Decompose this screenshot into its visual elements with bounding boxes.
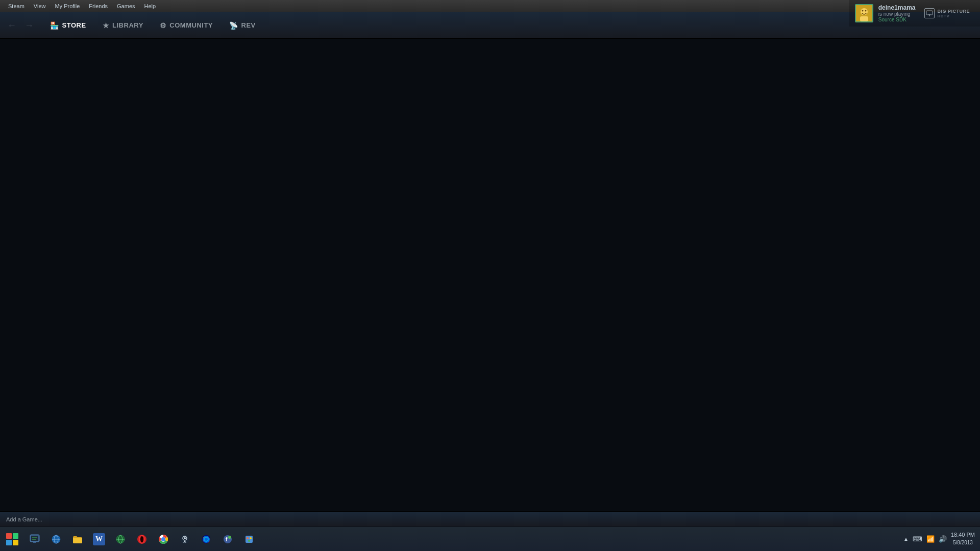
taskbar-icon-steam[interactable] [175,529,195,549]
tab-library-label: Library [112,21,143,29]
tray-network-icon[interactable]: 📶 [926,535,935,543]
menu-my-profile[interactable]: My Profile [51,2,84,10]
tab-rev[interactable]: 📡 rev [222,17,263,34]
clock-time: 18:40 PM [951,531,975,539]
user-info: deine1mama is now playing Source SDK [878,4,916,22]
avatar [855,4,873,22]
taskbar-icon-firefox[interactable] [196,529,216,549]
tab-store-label: Store [62,21,86,29]
menu-help[interactable]: Help [140,2,160,10]
taskbar-icons: W [24,529,259,549]
menu-steam[interactable]: Steam [4,2,29,10]
taskbar-icon-opera[interactable] [132,529,152,549]
start-button[interactable] [2,529,22,549]
taskbar-icon-chrome[interactable] [153,529,174,549]
taskbar-icon-paint[interactable] [239,529,259,549]
tab-rev-label: rev [241,21,256,29]
store-icon: 🏪 [50,21,59,30]
svg-point-23 [140,536,143,542]
menu-games[interactable]: Games [113,2,139,10]
avatar-image [856,5,872,21]
back-button[interactable]: ← [4,19,19,32]
svg-rect-10 [33,542,36,543]
rev-icon: 📡 [229,21,238,30]
library-icon: ★ [103,21,110,30]
forward-button[interactable]: → [21,19,37,32]
taskbar-icon-ie[interactable] [46,529,66,549]
taskbar: W [0,527,980,551]
svg-rect-9 [31,536,38,541]
community-icon: ⚙ [160,21,167,30]
taskbar-icon-messenger[interactable]: f + [217,529,238,549]
svg-rect-4 [860,16,868,21]
tab-community[interactable]: ⚙ Community [153,17,220,34]
windows-logo-icon [6,533,18,545]
menu-view[interactable]: View [30,2,50,10]
status-bar: Add a Game... [0,511,980,527]
svg-point-40 [250,537,252,539]
system-tray: ▲ ⌨ 📶 🔊 18:40 PM 5/8/2013 [898,527,980,551]
taskbar-icon-folder[interactable] [67,529,88,549]
tray-arrow[interactable]: ▲ [903,536,909,542]
menu-bar: Steam View My Profile Friends Games Help [0,0,980,12]
username[interactable]: deine1mama [878,4,916,11]
svg-point-39 [247,537,249,539]
svg-point-33 [205,538,208,541]
svg-point-29 [184,537,186,539]
tray-volume-icon[interactable]: 🔊 [939,535,947,543]
user-area: deine1mama is now playing Source SDK BIG… [849,0,980,27]
svg-point-3 [865,10,866,12]
nav-back-forward: ← → [4,19,37,32]
big-picture-icon [924,8,935,18]
svg-point-2 [862,10,863,12]
menu-friends[interactable]: Friends [85,2,112,10]
tab-community-label: Community [169,21,213,29]
big-picture-button[interactable]: BIG PICTURE HDTV [920,6,974,20]
user-status: is now playing [878,11,911,17]
svg-text:+: + [229,536,231,539]
system-clock[interactable]: 18:40 PM 5/8/2013 [951,531,975,546]
taskbar-icon-browser[interactable] [110,529,131,549]
svg-point-41 [248,540,250,542]
tab-store[interactable]: 🏪 Store [43,17,93,34]
tab-library[interactable]: ★ Library [95,17,151,34]
taskbar-icon-word[interactable]: W [89,529,109,549]
main-content [0,39,980,511]
user-game: Source SDK [878,17,906,22]
taskbar-icon-task-manager[interactable] [24,529,45,549]
svg-rect-5 [926,11,933,15]
nav-bar: ← → 🏪 Store ★ Library ⚙ Community 📡 rev [0,12,980,39]
tray-keyboard-icon[interactable]: ⌨ [913,535,922,543]
add-game-button[interactable]: Add a Game... [6,516,42,522]
big-picture-label: BIG PICTURE HDTV [937,9,970,18]
svg-point-26 [162,538,165,541]
clock-date: 5/8/2013 [951,539,975,546]
